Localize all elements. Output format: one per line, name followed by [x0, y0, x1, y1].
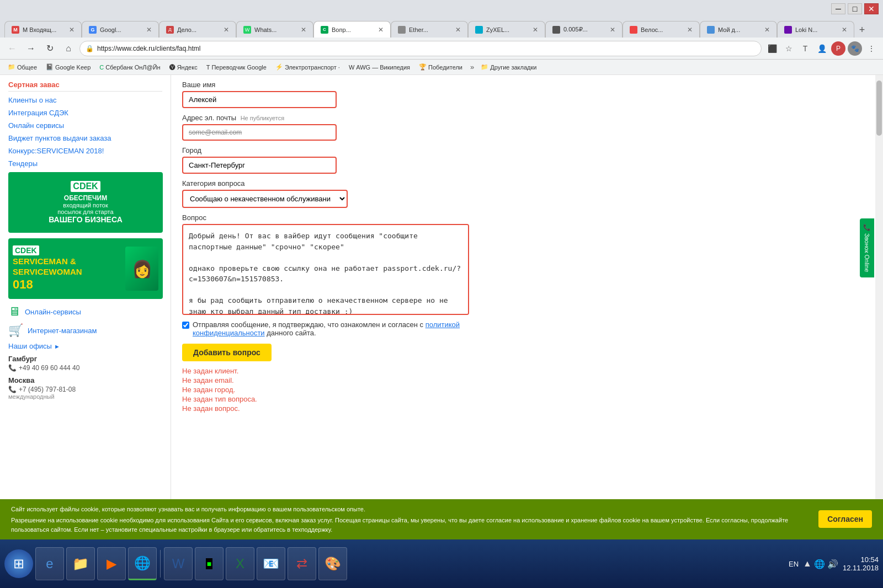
tab-close[interactable]: ✕: [610, 26, 615, 34]
close-button[interactable]: ✕: [864, 3, 879, 14]
tab-zero[interactable]: 0.005₽... ✕: [545, 21, 623, 38]
user-icon[interactable]: 👤: [815, 41, 829, 56]
tab-favicon: [398, 26, 406, 34]
banner1-line2: входящий поток: [63, 202, 108, 209]
sidebar-internet-link[interactable]: 🛒 Интернет-магазинам: [8, 323, 162, 338]
sidebar-link-online[interactable]: Онлайн сервисы: [8, 121, 162, 130]
tab-whats[interactable]: W Whats... ✕: [236, 21, 313, 38]
call-online-button[interactable]: 📞 Звонок Online: [860, 218, 874, 277]
translate-icon[interactable]: T: [798, 41, 812, 56]
category-select[interactable]: Сообщаю о некачественном обслуживани Общ…: [182, 190, 348, 208]
tab-doc[interactable]: Мой д... ✕: [700, 21, 777, 38]
sidebar-link-integration[interactable]: Интеграция СДЭК: [8, 109, 162, 117]
tab-gmail[interactable]: М М Входящ... ✕: [4, 21, 82, 38]
home-button[interactable]: ⌂: [61, 41, 76, 56]
tab-close[interactable]: ✕: [455, 26, 461, 34]
sidebar-offices-link[interactable]: Наши офисы ►: [8, 342, 162, 350]
taskbar-app-chrome[interactable]: 🌐: [128, 547, 157, 580]
bookmark-awg[interactable]: W AWG — Википедия: [345, 63, 413, 72]
bookmark-folder-general[interactable]: 📁 Общее: [4, 62, 40, 72]
reload-button[interactable]: ↻: [42, 41, 57, 56]
tab-loki[interactable]: Loki N... ✕: [777, 21, 854, 38]
tab-label: Мой д...: [718, 26, 761, 33]
taskbar-app-ie[interactable]: e: [35, 547, 64, 580]
taskbar-app-cmd[interactable]: ■: [195, 547, 224, 580]
tab-close[interactable]: ✕: [764, 26, 770, 34]
sidebar-link-tenders[interactable]: Тендеры: [8, 159, 162, 168]
taskbar-app-filezilla[interactable]: ⇄: [288, 547, 316, 580]
phone-icon: 📞: [8, 364, 17, 372]
bookmark-favicon: 🏆: [419, 63, 427, 71]
bookmark-keep[interactable]: 📓 Google Keep: [42, 62, 94, 72]
tab-zyxel[interactable]: ZyXEL... ✕: [468, 21, 545, 38]
taskbar: ⊞ e 📁 ▶ 🌐 W ■ X 📧 ⇄ 🎨 EN ▲ 🌐 🔊 10:54 12: [0, 539, 883, 588]
taskbar-app-paint[interactable]: 🎨: [318, 547, 347, 580]
add-tab-button[interactable]: +: [854, 22, 870, 38]
consent-row: Отправляя сообщение, я подтверждаю, что …: [182, 320, 469, 337]
tab-close[interactable]: ✕: [301, 26, 306, 34]
tab-velo[interactable]: Велос... ✕: [623, 21, 700, 38]
folder-icon: 📁: [8, 63, 15, 71]
taskbar-app-word[interactable]: W: [164, 547, 193, 580]
question-textarea[interactable]: Добрый день! От вас в вайбер идут сообще…: [182, 224, 469, 315]
scrollbar-thumb[interactable]: [876, 81, 882, 136]
tab-close[interactable]: ✕: [378, 26, 384, 34]
cmd-icon: ■: [206, 558, 212, 569]
sidebar-city1: Гамбург: [8, 355, 162, 363]
back-button[interactable]: ←: [4, 41, 20, 56]
bookmark-folder-others[interactable]: 📁 Другие закладки: [477, 62, 540, 72]
email-input[interactable]: [182, 124, 337, 141]
profile-icon[interactable]: P: [831, 41, 845, 56]
cookie-accept-button[interactable]: Согласен: [818, 510, 872, 528]
sidebar-link-contest[interactable]: Конкурс:SERVICEMAN 2018!: [8, 147, 162, 155]
taskbar-app-excel[interactable]: X: [226, 547, 254, 580]
maximize-button[interactable]: □: [848, 3, 862, 14]
minimize-button[interactable]: ─: [831, 3, 845, 14]
taskbar-app-media[interactable]: ▶: [97, 547, 126, 580]
start-button[interactable]: ⊞: [4, 549, 33, 578]
sidebar-online-services-link[interactable]: 🖥 Онлайн-сервисы: [8, 304, 162, 319]
tab-close[interactable]: ✕: [146, 26, 152, 34]
sidebar-link-clients[interactable]: Клиенты о нас: [8, 96, 162, 104]
bookmark-sberbank[interactable]: С Сбербанк ОнЛ@Йн: [96, 63, 163, 72]
cast-icon[interactable]: ⬛: [765, 41, 779, 56]
taskbar-app-outlook[interactable]: 📧: [257, 547, 285, 580]
taskbar-app-explorer[interactable]: 📁: [66, 547, 95, 580]
tab-cdek-active[interactable]: C Вопр... ✕: [313, 21, 391, 38]
call-label: Звонок Online: [864, 233, 870, 272]
consent-checkbox[interactable]: [182, 322, 189, 329]
tab-google[interactable]: G Googl... ✕: [82, 21, 159, 38]
menu-icon[interactable]: ⋮: [864, 41, 879, 56]
bookmark-electro[interactable]: ⚡ Электротранспорт ·: [272, 62, 343, 72]
bookmarks-more-button[interactable]: »: [470, 63, 474, 71]
tab-close[interactable]: ✕: [687, 26, 693, 34]
forward-button[interactable]: →: [23, 41, 39, 56]
bookmark-yandex[interactable]: 🅨 Яндекс: [166, 63, 201, 72]
tab-favicon: [475, 26, 483, 34]
name-input[interactable]: [182, 91, 337, 108]
submit-button[interactable]: Добавить вопрос: [182, 344, 272, 361]
tab-close[interactable]: ✕: [842, 26, 847, 34]
tab-close[interactable]: ✕: [69, 26, 75, 34]
bookmark-pobeditely[interactable]: 🏆 Победители: [416, 62, 466, 72]
tab-close[interactable]: ✕: [533, 26, 538, 34]
tab-close[interactable]: ✕: [224, 26, 229, 34]
sidebar-banner-2[interactable]: CDEK SERVICEMAN & SERVICEWOMAN 018 👩: [8, 238, 163, 299]
cookie-text1: Сайт использует файлы cookie, которые по…: [11, 505, 807, 514]
avatar-icon[interactable]: 🐾: [848, 41, 862, 56]
ie-icon: e: [46, 556, 53, 571]
bookmark-label: Сбербанк ОнЛ@Йн: [105, 64, 160, 71]
sidebar-link-widget[interactable]: Виджет пунктов выдачи заказа: [8, 134, 162, 142]
bookmark-translator[interactable]: T Переводчик Google: [203, 63, 270, 72]
tab-ether[interactable]: Ether... ✕: [391, 21, 468, 38]
sidebar-banner-1[interactable]: CDEK ОБЕСПЕЧИМ входящий поток посылок дл…: [8, 172, 163, 233]
tab-delo[interactable]: Д Дело... ✕: [159, 21, 236, 38]
monitor-icon: 🖥: [8, 304, 20, 319]
bookmark-icon[interactable]: ☆: [781, 41, 796, 56]
banner1-line1: ОБЕСПЕЧИМ: [64, 194, 107, 202]
network-icon: 🌐: [814, 559, 825, 569]
error-item-1: Не задан клиент.: [182, 367, 502, 375]
sidebar: Сертная завас Клиенты о нас Интеграция С…: [0, 75, 171, 539]
city-input[interactable]: [182, 157, 337, 174]
address-bar[interactable]: 🔒 https://www.cdek.ru/clients/faq.html: [79, 41, 762, 56]
